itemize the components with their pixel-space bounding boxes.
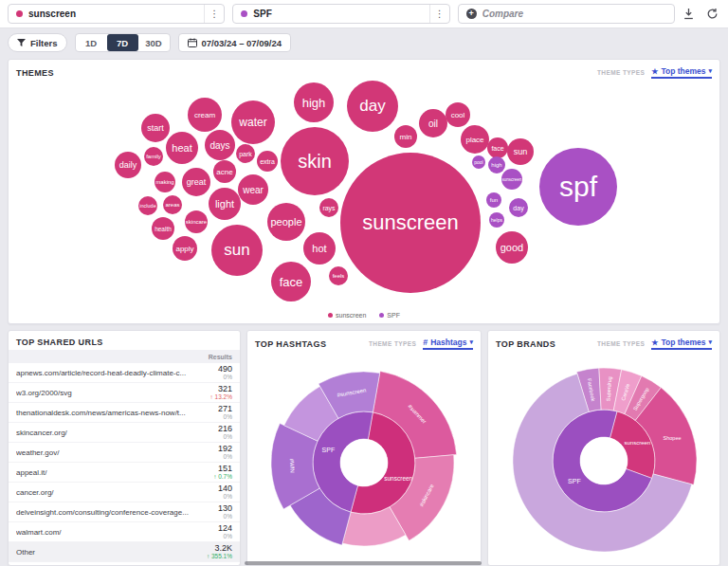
- theme-bubble-people[interactable]: people: [267, 203, 305, 241]
- theme-bubble-cream[interactable]: cream: [188, 98, 222, 132]
- range-7d[interactable]: 7D: [107, 34, 138, 51]
- url-link[interactable]: Other: [16, 548, 207, 557]
- url-link[interactable]: delveinsight.com/consulting/conference-c…: [16, 508, 218, 517]
- theme-types-label: THEME TYPES: [369, 340, 416, 347]
- theme-bubble-water[interactable]: water: [231, 100, 275, 144]
- range-30d[interactable]: 30D: [138, 34, 170, 51]
- refresh-icon[interactable]: [706, 8, 719, 20]
- table-row: Other3.2K↑ 355.1%: [9, 542, 240, 562]
- panel-title: TOP SHARED URLS: [16, 338, 103, 347]
- top-themes-dropdown[interactable]: ★ Top themes ▾: [651, 338, 712, 350]
- query-box-spf[interactable]: SPF ⋮: [232, 4, 449, 24]
- url-link[interactable]: weather.gov/: [16, 448, 218, 457]
- theme-bubble-wear[interactable]: wear: [238, 174, 268, 205]
- theme-bubble-day[interactable]: day: [509, 198, 528, 217]
- url-link[interactable]: walmart.com/: [16, 528, 218, 537]
- theme-bubble-extra[interactable]: extra: [257, 151, 278, 172]
- download-icon[interactable]: [682, 8, 695, 20]
- theme-bubble-sunscreen[interactable]: sunscreen: [501, 169, 522, 190]
- theme-bubble-pool[interactable]: pool: [472, 155, 485, 169]
- url-link[interactable]: cancer.org/: [16, 488, 218, 497]
- url-link[interactable]: skincancer.org/: [16, 429, 218, 437]
- theme-bubble-skincare[interactable]: skincare: [185, 210, 208, 233]
- brands-header: TOP BRANDS THEME TYPES ★ Top themes ▾: [488, 331, 719, 353]
- theme-bubble-light[interactable]: light: [209, 188, 241, 220]
- legend-dot: [379, 313, 384, 318]
- filters-button[interactable]: Filters: [8, 33, 67, 52]
- query-box-sunscreen[interactable]: sunscreen ⋮: [8, 4, 225, 24]
- theme-bubble-sun[interactable]: sun: [507, 138, 534, 165]
- theme-bubble-include[interactable]: include: [138, 196, 157, 215]
- date-range-picker[interactable]: 07/03/24 – 07/09/24: [178, 33, 292, 52]
- change-percent: 0%: [218, 433, 232, 441]
- theme-bubble-apply[interactable]: apply: [173, 236, 197, 261]
- url-link[interactable]: thenationaldesk.com/news/americas-news-n…: [16, 409, 218, 417]
- theme-bubble-making[interactable]: making: [155, 172, 175, 192]
- urls-table: apnews.com/article/record-heat-deadly-cl…: [9, 363, 240, 562]
- theme-bubble-start[interactable]: start: [141, 114, 170, 142]
- result-cell: 1920%: [218, 444, 232, 461]
- theme-bubble-fun[interactable]: fun: [486, 192, 501, 208]
- calendar-icon: [188, 38, 197, 47]
- theme-bubble-good[interactable]: good: [496, 231, 528, 264]
- theme-bubble-cool[interactable]: cool: [446, 102, 470, 127]
- theme-bubble-feels[interactable]: feels: [329, 266, 348, 285]
- theme-bubble-sunscreen[interactable]: sunscreen: [340, 153, 481, 293]
- theme-types-label: THEME TYPES: [597, 340, 645, 347]
- filters-label: Filters: [30, 38, 58, 48]
- kebab-menu-icon[interactable]: ⋮: [204, 5, 224, 23]
- theme-bubble-heat[interactable]: heat: [166, 132, 198, 164]
- kebab-menu-icon[interactable]: ⋮: [429, 5, 449, 23]
- theme-bubble-park[interactable]: park: [236, 144, 255, 163]
- dropdown-label: Top themes: [661, 66, 705, 76]
- urls-header: TOP SHARED URLS: [9, 331, 240, 350]
- chart-legend: sunscreen SPF: [9, 312, 719, 319]
- chevron-down-icon: ▾: [469, 338, 473, 346]
- star-icon: ★: [651, 67, 658, 76]
- query-label: sunscreen: [28, 9, 204, 19]
- theme-bubble-day[interactable]: day: [347, 81, 398, 132]
- theme-bubble-family[interactable]: family: [144, 147, 163, 166]
- table-row: appeal.it/151↑ 0.7%: [9, 463, 240, 483]
- top-bar: sunscreen ⋮ SPF ⋮ + Compare: [0, 0, 728, 28]
- top-themes-dropdown[interactable]: ★ Top themes ▾: [651, 66, 712, 79]
- theme-bubble-health[interactable]: health: [152, 217, 174, 240]
- theme-bubble-days[interactable]: days: [205, 130, 235, 160]
- theme-bubble-rays[interactable]: rays: [319, 198, 338, 217]
- top-shared-urls-panel: TOP SHARED URLS Results apnews.com/artic…: [8, 330, 241, 566]
- change-percent: 0%: [218, 453, 232, 461]
- table-row: skincancer.org/2160%: [9, 423, 240, 443]
- theme-bubble-helps[interactable]: helps: [489, 212, 504, 228]
- theme-bubble-daily[interactable]: daily: [115, 152, 141, 178]
- theme-bubble-skin[interactable]: skin: [281, 127, 349, 195]
- table-row: apnews.com/article/record-heat-deadly-cl…: [9, 363, 240, 383]
- theme-bubble-spf[interactable]: spf: [539, 148, 617, 226]
- compare-box[interactable]: + Compare: [458, 4, 675, 24]
- theme-bubble-hot[interactable]: hot: [303, 232, 336, 265]
- legend-item-spf[interactable]: SPF: [379, 312, 400, 319]
- url-link[interactable]: appeal.it/: [16, 468, 213, 477]
- theme-bubble-place[interactable]: place: [461, 125, 489, 154]
- theme-bubble-sun[interactable]: sun: [211, 225, 263, 276]
- theme-bubble-face[interactable]: face: [487, 137, 508, 158]
- result-cell: 2710%: [218, 404, 232, 421]
- theme-bubble-high[interactable]: high: [488, 156, 505, 173]
- compare-label: Compare: [482, 9, 674, 19]
- theme-bubble-min[interactable]: min: [394, 125, 417, 148]
- theme-bubble-acne[interactable]: acne: [213, 160, 236, 183]
- result-count: 140: [218, 484, 232, 493]
- theme-bubble-great[interactable]: great: [182, 168, 210, 196]
- legend-item-sunscreen[interactable]: sunscreen: [328, 312, 366, 319]
- url-link[interactable]: apnews.com/article/record-heat-deadly-cl…: [16, 369, 218, 377]
- range-1d[interactable]: 1D: [76, 34, 107, 51]
- theme-bubble-oil[interactable]: oil: [419, 109, 447, 137]
- hashtags-dropdown[interactable]: # Hashtags ▾: [423, 338, 473, 350]
- theme-bubble-areas[interactable]: areas: [163, 195, 182, 214]
- theme-bubble-high[interactable]: high: [294, 82, 334, 122]
- theme-bubble-face[interactable]: face: [271, 262, 311, 301]
- theme-types-label: THEME TYPES: [597, 69, 645, 76]
- url-link[interactable]: w3.org/2000/svg: [16, 389, 210, 397]
- sunburst-label: Shopee: [664, 435, 682, 441]
- horizontal-scrollbar[interactable]: [245, 561, 482, 565]
- sunburst-label: #WIN: [289, 459, 296, 473]
